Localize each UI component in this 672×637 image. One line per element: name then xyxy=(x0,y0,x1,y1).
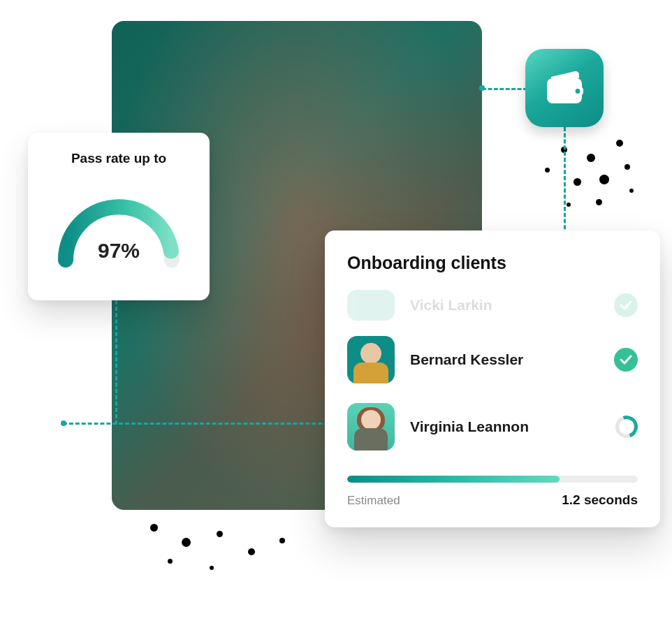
decorative-dot xyxy=(279,538,285,543)
avatar xyxy=(347,336,395,383)
onboarding-title: Onboarding clients xyxy=(347,253,638,273)
decorative-dot xyxy=(616,140,623,147)
onboarding-card: Onboarding clients Vicki Larkin Bernard … xyxy=(325,230,660,527)
decorative-dot xyxy=(599,175,609,184)
connector-line xyxy=(63,423,328,425)
decorative-dot xyxy=(248,548,255,555)
decorative-dot xyxy=(210,566,214,570)
client-row[interactable]: Virginia Leannon xyxy=(347,393,638,460)
decorative-dot xyxy=(574,178,581,186)
client-row[interactable]: Bernard Kessler xyxy=(347,326,638,393)
pass-rate-gauge: 97% xyxy=(50,184,187,268)
estimate-value: 1.2 seconds xyxy=(562,492,638,508)
connector-line xyxy=(482,88,527,90)
decorative-dot xyxy=(587,154,595,162)
decorative-dot xyxy=(624,164,630,170)
decorative-dot xyxy=(567,203,571,207)
decorative-dot xyxy=(182,538,191,547)
client-name: Virginia Leannon xyxy=(410,418,600,435)
client-row[interactable]: Vicki Larkin xyxy=(347,287,638,326)
avatar xyxy=(347,290,395,321)
estimate-label: Estimated xyxy=(347,494,400,508)
svg-point-2 xyxy=(576,89,580,94)
decorative-dot xyxy=(217,531,223,537)
check-icon xyxy=(614,293,638,317)
decorative-dot xyxy=(629,189,634,193)
client-name: Vicki Larkin xyxy=(410,297,599,314)
decorative-dot xyxy=(545,168,550,173)
pass-rate-value: 97% xyxy=(50,239,187,263)
spinner-icon xyxy=(612,412,642,442)
avatar xyxy=(347,403,395,451)
client-name: Bernard Kessler xyxy=(410,351,599,368)
check-icon xyxy=(614,348,638,372)
decorative-dot xyxy=(168,559,173,564)
connector-endpoint xyxy=(61,420,66,426)
pass-rate-title: Pass rate up to xyxy=(71,151,166,166)
wallet-icon xyxy=(544,70,585,106)
wallet-tile[interactable] xyxy=(525,49,604,127)
connector-endpoint xyxy=(479,85,485,91)
connector-line xyxy=(564,127,566,235)
progress-fill xyxy=(347,476,560,483)
decorative-dot xyxy=(150,524,158,532)
decorative-dot xyxy=(596,199,602,205)
progress-bar xyxy=(347,476,638,483)
connector-line xyxy=(115,300,117,425)
pass-rate-card: Pass rate up to 97% xyxy=(28,133,210,300)
